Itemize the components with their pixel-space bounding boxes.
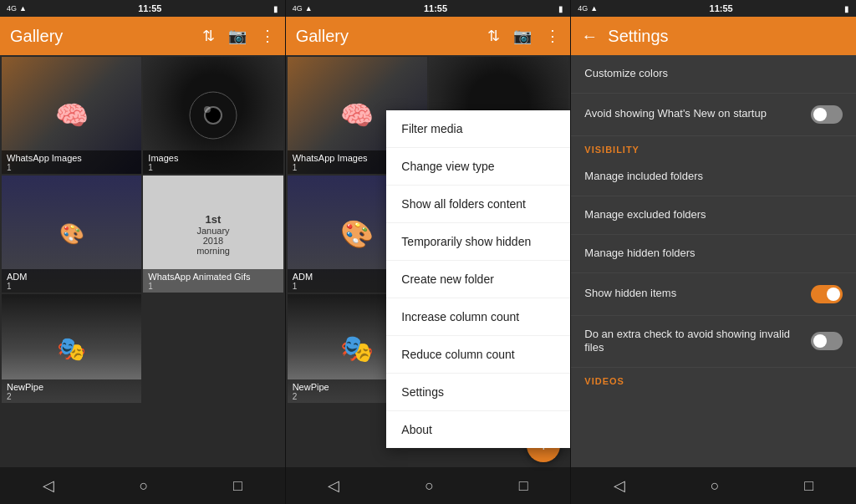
settings-item-manage-hidden[interactable]: Manage hidden folders: [571, 235, 856, 273]
time-1: 11:55: [138, 3, 161, 13]
status-bar-3: 4G ▲ 11:55 ▮: [571, 0, 856, 17]
visibility-section-label: VISIBILITY: [571, 136, 856, 158]
panel-gallery-2: 4G ▲ 11:55 ▮ Gallery ⇅ 📷 ⋮ 🧠 WhatsApp Im…: [286, 0, 571, 504]
svg-point-2: [204, 106, 211, 113]
item-label: WhatsApp Images 1: [2, 150, 141, 174]
nav-bar-2: ◁ ○ □: [286, 467, 571, 504]
menu-item-change-view[interactable]: Change view type: [386, 148, 570, 186]
manage-hidden-label: Manage hidden folders: [584, 247, 843, 261]
back-button-3[interactable]: ◁: [594, 470, 645, 501]
menu-item-reduce-column[interactable]: Reduce column count: [386, 336, 570, 374]
gallery-item-whatsapp-images[interactable]: 🧠 WhatsApp Images 1: [2, 57, 141, 174]
signal-icon-3: ▲: [590, 4, 598, 13]
action-icons-2: ⇅ 📷 ⋮: [487, 27, 560, 45]
show-hidden-label: Show hidden items: [584, 287, 811, 301]
gallery-content-2: 🧠 WhatsApp Images 1 🎨 ADM 1 🎭: [286, 55, 571, 467]
nav-bar-1: ◁ ○ □: [0, 467, 285, 504]
network-type-2: 4G: [293, 4, 303, 13]
gallery-item-adm[interactable]: 🎨 ADM 1: [2, 176, 141, 293]
item-label: NewPipe 2: [2, 379, 141, 403]
settings-item-extra-check[interactable]: Do an extra check to avoid showing inval…: [571, 316, 856, 369]
app-bar-1: Gallery ⇅ 📷 ⋮: [0, 17, 285, 55]
settings-item-manage-excluded[interactable]: Manage excluded folders: [571, 196, 856, 235]
home-button-2[interactable]: ○: [405, 471, 454, 501]
context-menu: Filter media Change view type Show all f…: [386, 110, 570, 448]
recent-button-2[interactable]: □: [499, 471, 548, 501]
app-bar-settings: ← Settings: [571, 17, 856, 55]
battery-icon-1: ▮: [273, 4, 278, 13]
battery-icon-3: ▮: [844, 4, 849, 13]
signal-info-1: 4G ▲: [7, 4, 27, 13]
extra-check-label: Do an extra check to avoid showing inval…: [584, 328, 811, 356]
menu-item-temp-show-hidden[interactable]: Temporarily show hidden: [386, 223, 570, 261]
toggle-knob: [813, 108, 827, 121]
network-type-3: 4G: [578, 4, 588, 13]
customize-colors-label: Customize colors: [584, 67, 843, 81]
settings-title: Settings: [608, 27, 846, 46]
back-button-2[interactable]: ◁: [308, 470, 359, 501]
more-icon-2[interactable]: ⋮: [545, 27, 560, 45]
manage-included-label: Manage included folders: [584, 170, 843, 184]
gallery-item-newpipe[interactable]: 🎭 NewPipe 2: [2, 294, 141, 403]
home-button-1[interactable]: ○: [119, 471, 168, 501]
signal-info-2: 4G ▲: [293, 4, 313, 13]
toggle-knob-3: [813, 334, 827, 348]
show-hidden-toggle[interactable]: [811, 285, 843, 303]
home-button-3[interactable]: ○: [690, 471, 740, 501]
item-label: WhatsApp Animated Gifs 1: [143, 269, 283, 293]
status-icons-1: ▮: [273, 4, 278, 13]
item-label: ADM 1: [2, 269, 141, 293]
status-icons-3: ▮: [844, 4, 849, 13]
back-button-1[interactable]: ◁: [23, 470, 74, 501]
time-2: 11:55: [424, 3, 447, 13]
app-title-1: Gallery: [10, 27, 202, 46]
time-3: 11:55: [710, 3, 733, 13]
avoid-whats-new-toggle[interactable]: [811, 105, 843, 124]
more-icon-1[interactable]: ⋮: [260, 27, 275, 45]
network-type-1: 4G: [7, 4, 17, 13]
gallery-grid-1: 🧠 WhatsApp Images 1 Images 1: [0, 55, 285, 467]
extra-check-toggle[interactable]: [811, 332, 843, 350]
camera-icon[interactable]: 📷: [228, 27, 247, 45]
toggle-knob-2: [827, 288, 840, 301]
nav-bar-3: ◁ ○ □: [571, 467, 856, 504]
signal-info-3: 4G ▲: [578, 4, 598, 13]
gallery-item-images[interactable]: Images 1: [143, 57, 283, 174]
app-title-2: Gallery: [296, 27, 488, 46]
manage-excluded-label: Manage excluded folders: [584, 208, 843, 222]
item-label: Images 1: [143, 150, 283, 174]
sort-icon-2[interactable]: ⇅: [487, 27, 500, 45]
panel-gallery-1: 4G ▲ 11:55 ▮ Gallery ⇅ 📷 ⋮ 🧠 WhatsApp Im…: [0, 0, 285, 504]
signal-icon-2: ▲: [305, 4, 313, 13]
panel-settings: 4G ▲ 11:55 ▮ ← Settings Customize colors…: [571, 0, 856, 504]
signal-icon-1: ▲: [19, 4, 27, 13]
status-bar-2: 4G ▲ 11:55 ▮: [286, 0, 571, 17]
settings-item-manage-included[interactable]: Manage included folders: [571, 158, 856, 196]
status-bar-1: 4G ▲ 11:55 ▮: [0, 0, 285, 17]
back-arrow-icon[interactable]: ←: [581, 27, 598, 46]
gallery-item-wa-gifs[interactable]: 1st January 2018 morning WhatsApp Animat…: [143, 176, 283, 293]
settings-item-show-hidden[interactable]: Show hidden items: [571, 273, 856, 316]
menu-item-about[interactable]: About: [386, 411, 570, 448]
camera-icon-2[interactable]: 📷: [513, 27, 532, 45]
battery-icon-2: ▮: [558, 4, 563, 13]
menu-item-filter-media[interactable]: Filter media: [386, 110, 570, 148]
status-icons-2: ▮: [558, 4, 563, 13]
settings-list: Customize colors Avoid showing What's Ne…: [571, 55, 856, 467]
menu-item-increase-column[interactable]: Increase column count: [386, 298, 570, 336]
menu-item-settings[interactable]: Settings: [386, 374, 570, 411]
settings-item-avoid-whats-new[interactable]: Avoid showing What's New on startup: [571, 94, 856, 136]
menu-item-show-all-folders[interactable]: Show all folders content: [386, 186, 570, 223]
avoid-whats-new-label: Avoid showing What's New on startup: [584, 107, 811, 121]
recent-button-3[interactable]: □: [784, 471, 833, 501]
action-icons-1: ⇅ 📷 ⋮: [202, 27, 275, 45]
recent-button-1[interactable]: □: [213, 471, 262, 501]
videos-section-label: VIDEOS: [571, 368, 856, 389]
app-bar-2: Gallery ⇅ 📷 ⋮: [286, 17, 571, 55]
sort-icon[interactable]: ⇅: [202, 27, 215, 45]
menu-item-create-folder[interactable]: Create new folder: [386, 261, 570, 298]
settings-item-customize-colors[interactable]: Customize colors: [571, 55, 856, 94]
